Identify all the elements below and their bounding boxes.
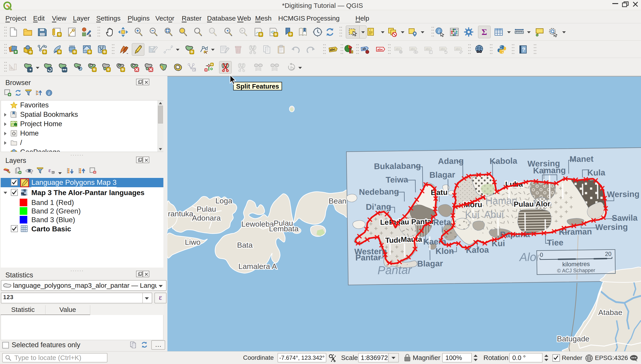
- svg-text:© ACJ Schapper: © ACJ Schapper: [557, 267, 595, 274]
- svg-text:✻: ✻: [103, 50, 106, 54]
- svg-text:Klon: Klon: [435, 246, 454, 256]
- svg-text:Liwo: Liwo: [185, 238, 201, 246]
- svg-text:Pulau Alor: Pulau Alor: [514, 200, 550, 208]
- svg-text:rantuka: rantuka: [168, 210, 193, 218]
- svg-text:Manet: Manet: [570, 154, 593, 164]
- svg-text:?: ?: [522, 46, 525, 52]
- svg-text:abc: abc: [377, 48, 383, 51]
- svg-text:abc: abc: [425, 47, 430, 50]
- svg-text:0: 0: [540, 252, 543, 258]
- svg-text:✻: ✻: [43, 50, 46, 54]
- svg-text:Abui: Abui: [484, 209, 504, 220]
- svg-text:Bata: Bata: [237, 241, 253, 249]
- svg-text:✻: ✻: [190, 50, 193, 54]
- svg-text:abc: abc: [440, 47, 445, 50]
- svg-text:20: 20: [605, 250, 611, 257]
- svg-text:✻: ✻: [259, 32, 262, 37]
- svg-text:kilometres: kilometres: [562, 261, 590, 268]
- svg-text:Lamalera A: Lamalera A: [238, 262, 277, 270]
- svg-text:✻: ✻: [58, 50, 61, 54]
- svg-text:✻: ✻: [107, 67, 110, 72]
- svg-text:Bukalabang: Bukalabang: [374, 161, 421, 171]
- svg-text:Adang: Adang: [438, 156, 464, 166]
- svg-text:Hamap: Hamap: [485, 195, 517, 206]
- svg-text:Teiwa: Teiwa: [386, 175, 408, 184]
- svg-text:abc: abc: [410, 47, 415, 50]
- svg-text:ab: ab: [362, 46, 366, 50]
- svg-text:Lembata: Lembata: [269, 224, 299, 233]
- svg-text:Atabae: Atabae: [598, 308, 622, 316]
- svg-text:Mauta: Mauta: [401, 235, 422, 244]
- svg-text:✻: ✻: [93, 67, 96, 72]
- svg-text:✻: ✻: [88, 50, 91, 54]
- svg-text:✻: ✻: [274, 32, 277, 37]
- svg-text:✻: ✻: [73, 50, 76, 54]
- svg-text:Blagar: Blagar: [417, 259, 443, 268]
- svg-text:Wersing: Wersing: [607, 190, 640, 199]
- svg-text:Loga: Loga: [215, 196, 232, 205]
- svg-text:Batugade: Batugade: [557, 334, 589, 343]
- svg-text:Tiee: Tiee: [547, 238, 563, 247]
- svg-text:Kamang: Kamang: [533, 166, 566, 175]
- svg-text:✻: ✻: [289, 32, 292, 36]
- svg-text:Reta: Reta: [433, 218, 451, 227]
- svg-text:1:1: 1:1: [210, 29, 214, 32]
- svg-text:Pulau: Pulau: [197, 205, 216, 213]
- svg-text:Σ: Σ: [482, 27, 487, 37]
- svg-text:Pantar: Pantar: [377, 263, 412, 277]
- svg-text:Bean: Bean: [329, 197, 346, 205]
- svg-text:Batu: Batu: [431, 188, 448, 197]
- svg-text:Wersing: Wersing: [595, 222, 628, 232]
- svg-text:Adonara: Adonara: [192, 214, 221, 222]
- svg-text:a: a: [89, 33, 91, 37]
- svg-text:Kui: Kui: [465, 209, 479, 220]
- svg-text:abc: abc: [329, 47, 336, 52]
- svg-text:✻: ✻: [121, 67, 124, 72]
- svg-text:✻: ✻: [29, 50, 32, 54]
- svg-text:Pantar: Pantar: [355, 253, 381, 262]
- svg-text:✻: ✻: [58, 32, 61, 37]
- svg-text:✻: ✻: [211, 63, 213, 66]
- svg-text:i: i: [48, 91, 50, 96]
- svg-text:i: i: [438, 28, 440, 34]
- svg-text:Kabola: Kabola: [489, 156, 517, 166]
- svg-text:Blagar: Blagar: [429, 170, 455, 180]
- svg-text:ε: ε: [49, 167, 51, 174]
- svg-text:Tude: Tude: [385, 236, 402, 244]
- svg-text:abc: abc: [395, 47, 400, 50]
- svg-text:Nedebang: Nedebang: [359, 187, 399, 197]
- svg-text:Sawila: Sawila: [612, 213, 638, 223]
- svg-text:abc: abc: [455, 47, 460, 50]
- svg-text:Di’ang: Di’ang: [366, 202, 391, 212]
- svg-text:Kula: Kula: [587, 168, 605, 178]
